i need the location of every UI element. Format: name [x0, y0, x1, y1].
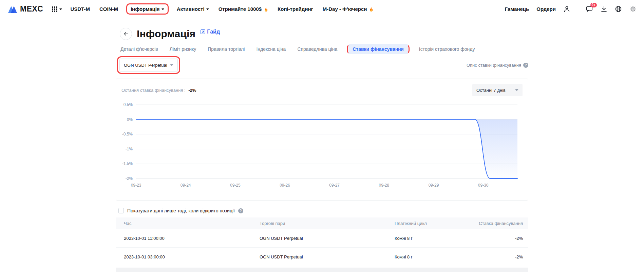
funding-rate-table: ЧасТоргові париПлатіжний циклСтавка фіна…	[116, 217, 528, 272]
nav-item[interactable]: COIN-M	[99, 6, 118, 12]
range-select[interactable]: Останні 7 днів	[472, 84, 523, 96]
apps-menu-button[interactable]	[52, 6, 62, 12]
svg-text:09-28: 09-28	[379, 183, 389, 188]
nav-item-label: Активності	[177, 6, 205, 12]
tab[interactable]: Історія страхового фонду	[419, 46, 475, 52]
sun-icon	[629, 5, 637, 13]
theme-toggle-icon[interactable]	[629, 5, 637, 13]
tab[interactable]: Індексна ціна	[256, 46, 286, 52]
profile-icon[interactable]	[563, 5, 570, 13]
tab[interactable]: Правила торгівлі	[208, 46, 245, 52]
tab[interactable]: Ставки фінансування	[348, 44, 408, 54]
nav-item[interactable]: Інформація	[126, 3, 169, 15]
svg-text:09-23: 09-23	[131, 183, 141, 188]
cell-time: 2023-10-01 11:00:00	[124, 236, 260, 241]
svg-text:09-29: 09-29	[429, 183, 439, 188]
cell-rate: -2%	[515, 254, 523, 259]
notification-badge: 9+	[590, 3, 597, 7]
column-header: Торгові пари	[260, 221, 395, 226]
nav-item-label: Отримайте 1000$	[219, 6, 262, 12]
cell-cycle: Кожні 8 г	[395, 236, 515, 241]
table-row[interactable]: 2023-10-01 11:00:00OGN USDT PerpetualКож…	[116, 229, 528, 248]
download-icon	[601, 5, 607, 13]
svg-text:-1.5%: -1.5%	[122, 161, 133, 166]
pair-select-value: OGN USDT Perpetual	[124, 63, 167, 68]
tab[interactable]: Справедлива ціна	[297, 46, 337, 52]
positions-only-checkbox[interactable]	[118, 208, 124, 213]
help-icon: ?	[523, 63, 528, 68]
cell-pair: OGN USDT Perpetual	[260, 254, 395, 259]
nav-item-label: COIN-M	[99, 6, 118, 12]
nav-item-label: M-Day - Ф'ючерси	[323, 6, 367, 12]
page-title: Інформація	[137, 28, 195, 40]
chevron-down-icon	[59, 8, 62, 10]
brand-name: MEXC	[20, 4, 43, 14]
table-row-partial	[116, 268, 528, 272]
latest-funding-rate: Остання ставка фінансування : -2%	[121, 87, 196, 93]
nav-item[interactable]: USDT-M	[70, 6, 90, 12]
main-nav: USDT-MCOIN-MІнформаціяАктивностіОтримайт…	[70, 5, 373, 13]
highlight-box: Ставки фінансування	[347, 44, 410, 54]
chevron-down-icon	[206, 8, 209, 10]
divider	[578, 5, 578, 13]
svg-text:-2%: -2%	[126, 176, 133, 181]
svg-text:09-27: 09-27	[329, 183, 340, 188]
cell-time: 2023-10-01 03:00:00	[124, 254, 260, 259]
table-body: 2023-10-01 11:00:00OGN USDT PerpetualКож…	[116, 229, 528, 266]
wallet-link[interactable]: Гаманець	[505, 6, 529, 12]
range-select-value: Останні 7 днів	[476, 88, 506, 93]
nav-item[interactable]: M-Day - Ф'ючерси	[323, 6, 374, 12]
tabs: Деталі ф'ючерсівЛіміт ризикуПравила торг…	[116, 46, 528, 52]
chevron-down-icon	[170, 64, 173, 66]
table-row[interactable]: 2023-10-01 03:00:00OGN USDT PerpetualКож…	[116, 248, 528, 266]
guide-icon	[200, 29, 206, 35]
fire-icon	[263, 6, 268, 12]
svg-text:09-26: 09-26	[280, 183, 290, 188]
funding-rate-description-link[interactable]: Опис ставки фінансування ?	[467, 63, 528, 68]
guide-link-label: Гайд	[207, 29, 220, 35]
fire-icon	[368, 6, 373, 12]
svg-text:-1%: -1%	[126, 147, 133, 151]
nav-item[interactable]: Активності	[177, 6, 209, 12]
download-app-icon[interactable]	[601, 5, 607, 13]
support-chat-icon[interactable]: 9+	[586, 5, 593, 13]
page-content: Інформація Гайд Деталі ф'ючерсівЛіміт ри…	[116, 28, 528, 272]
checkbox-label: Показувати дані лише тоді, коли відкрито…	[127, 208, 235, 213]
mexc-logo[interactable]: MEXC	[7, 4, 43, 14]
guide-link[interactable]: Гайд	[200, 29, 220, 35]
arrow-left-icon	[123, 31, 129, 37]
funding-rate-chart: 0.5%0%-0.5%-1%-1.5%-2%09-2309-2409-2509-…	[116, 98, 524, 197]
svg-text:09-24: 09-24	[181, 183, 191, 188]
orders-link[interactable]: Ордери	[536, 6, 556, 12]
column-header: Ставка фінансування	[479, 221, 523, 226]
chart-header: Остання ставка фінансування : -2% Останн…	[116, 79, 528, 97]
mexc-logo-icon	[7, 5, 18, 14]
latest-rate-value: -2%	[188, 88, 196, 93]
svg-text:0%: 0%	[127, 117, 133, 122]
person-icon	[563, 5, 570, 13]
pair-select[interactable]: OGN USDT Perpetual	[119, 59, 178, 71]
language-globe-icon[interactable]	[615, 5, 622, 13]
nav-item[interactable]: Отримайте 1000$	[219, 6, 268, 12]
tab[interactable]: Ліміт ризику	[170, 46, 196, 52]
help-icon: ?	[238, 208, 243, 213]
nav-item-label: Копі-трейдинг	[278, 6, 313, 12]
back-button[interactable]	[120, 28, 132, 40]
top-navigation-bar: MEXC USDT-MCOIN-MІнформаціяАктивностіОтр…	[0, 0, 644, 18]
grid-icon	[52, 6, 57, 12]
nav-item-label: USDT-M	[70, 6, 90, 12]
latest-rate-label: Остання ставка фінансування :	[121, 88, 186, 93]
column-header: Платіжний цикл	[395, 221, 479, 226]
description-label: Опис ставки фінансування	[467, 63, 521, 68]
svg-text:0.5%: 0.5%	[124, 102, 133, 107]
svg-text:09-30: 09-30	[478, 183, 489, 188]
nav-item[interactable]: Копі-трейдинг	[278, 6, 313, 12]
top-right-actions: Гаманець Ордери 9+	[505, 5, 637, 13]
cell-rate: -2%	[515, 236, 523, 241]
cell-pair: OGN USDT Perpetual	[260, 236, 395, 241]
positions-filter-row: Показувати дані лише тоді, коли відкрито…	[116, 208, 528, 213]
nav-item-label: Інформація	[131, 6, 160, 12]
tab[interactable]: Деталі ф'ючерсів	[120, 46, 158, 52]
globe-icon	[615, 5, 622, 13]
cell-cycle: Кожні 8 г	[395, 254, 515, 259]
